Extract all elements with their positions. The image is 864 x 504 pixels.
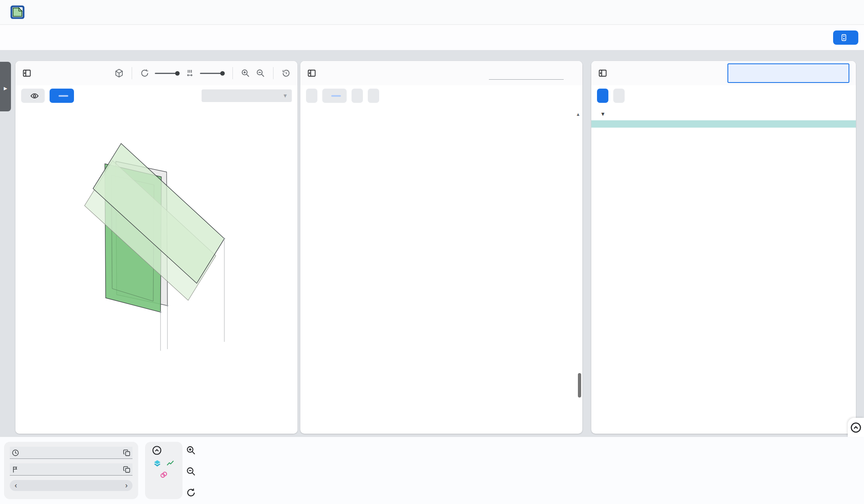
panel-dock-icon (22, 68, 32, 78)
flat-button[interactable] (368, 89, 379, 103)
human-time-row[interactable] (10, 447, 132, 459)
rotation-icon[interactable] (140, 68, 150, 78)
timeline-zoom-controls (185, 444, 197, 499)
rotation-slider-knob[interactable] (175, 71, 180, 76)
trace-tab-bar (0, 25, 864, 50)
top-app-bar (0, 0, 864, 25)
simplify-names-button[interactable] (352, 89, 363, 103)
hierarchy-search-input[interactable] (489, 67, 564, 80)
3d-view-icon[interactable] (114, 68, 124, 78)
proto-dump-panel: ▼ (591, 61, 856, 434)
show-diff-button[interactable] (597, 89, 608, 103)
toolbar-divider (273, 67, 274, 79)
transitions-filter-icon[interactable] (159, 470, 168, 479)
properties-collapsed-tab[interactable]: ▶ (0, 62, 11, 111)
layers-header (15, 61, 297, 85)
timeline-filter-card (145, 442, 182, 499)
show-only-badge (59, 95, 68, 97)
filter-presets-button[interactable] (833, 30, 858, 45)
time-navigation-card: ‹ › (4, 442, 138, 499)
show-diff-button[interactable] (306, 89, 317, 103)
show-only-button[interactable] (50, 89, 74, 103)
search-options (569, 76, 576, 80)
hierarchy-scrollbar[interactable] (578, 373, 581, 398)
rotation-slider[interactable] (155, 71, 180, 76)
layers-controls: ▼ (15, 85, 297, 107)
copy-icon[interactable] (123, 465, 131, 474)
scroll-up-icon[interactable]: ▲ (576, 109, 580, 119)
rects-3d-canvas[interactable] (15, 107, 297, 434)
timeline-zoom-in-icon[interactable] (185, 444, 197, 456)
timeline-tracks[interactable] (210, 437, 857, 504)
proto-search-box[interactable] (727, 63, 849, 83)
chevron-down-icon: ▼ (282, 93, 288, 99)
surface-flinger-filter-icon[interactable] (153, 459, 162, 468)
rotation-slider-track (155, 73, 176, 74)
layer-spacing-icon[interactable] (185, 68, 195, 78)
ignore-button[interactable] (21, 89, 45, 103)
spacing-slider[interactable] (200, 71, 225, 76)
timeline-zoom-out-icon[interactable] (185, 465, 197, 478)
collapse-icon[interactable]: ▼ (600, 111, 606, 117)
proto-header (591, 61, 856, 85)
collapse-timeline-button[interactable] (848, 418, 864, 437)
panel-dock-icon (598, 68, 608, 78)
filter-header (149, 445, 178, 456)
transactions-filter-icon[interactable] (166, 459, 175, 468)
clock-icon (11, 449, 20, 457)
hierarchy-tree: ▲ (300, 107, 582, 434)
proto-controls (591, 85, 856, 107)
filter-presets-icon (840, 33, 848, 42)
collapse-filter-icon[interactable] (152, 445, 162, 456)
hierarchy-header (300, 61, 582, 85)
flag-icon (11, 465, 20, 474)
indent-guides (300, 121, 582, 430)
expand-right-icon: ▶ (4, 86, 7, 91)
previous-entry-icon[interactable]: ‹ (15, 481, 17, 490)
proto-search-input[interactable] (732, 72, 834, 80)
panel-dock-icon (307, 68, 317, 78)
show-defaults-button[interactable] (613, 89, 625, 103)
reset-view-icon[interactable] (281, 68, 291, 78)
displays-dropdown[interactable]: ▼ (202, 89, 292, 102)
displays-group: ▼ (197, 89, 292, 102)
winscope-logo (10, 4, 25, 20)
filter-trace-icons (149, 459, 178, 479)
timeline-bar: ‹ › (0, 437, 864, 504)
hierarchy-search (489, 67, 576, 80)
show-only-button[interactable] (322, 89, 347, 103)
ns-time-row[interactable] (10, 463, 132, 476)
zoom-out-icon[interactable] (256, 68, 265, 78)
timeline-zoom-reset-icon[interactable] (185, 487, 197, 499)
copy-icon[interactable] (123, 449, 131, 457)
proto-search-row (732, 72, 845, 80)
hierarchy-controls (300, 85, 582, 107)
toolbar-divider (232, 67, 233, 79)
show-only-badge (331, 95, 341, 97)
layers-panel: ▼ (15, 61, 297, 434)
workspace: ▶ (0, 50, 864, 437)
proto-root-node[interactable]: ▼ (591, 107, 856, 120)
layer-rects-scene (15, 107, 297, 434)
proto-highlighted-block (591, 120, 856, 128)
frame-step-control[interactable]: ‹ › (10, 480, 132, 491)
proto-tree: ▼ (591, 107, 856, 434)
zoom-in-icon[interactable] (241, 68, 250, 78)
layers-toolbar (114, 67, 291, 79)
hierarchy-panel: ▲ (300, 61, 582, 434)
visibility-icon (30, 91, 39, 100)
toolbar-divider (132, 67, 132, 79)
spacing-slider-knob[interactable] (220, 71, 225, 76)
search-options (838, 76, 845, 76)
spacing-slider-track (200, 73, 221, 74)
next-entry-icon[interactable]: › (125, 481, 128, 490)
